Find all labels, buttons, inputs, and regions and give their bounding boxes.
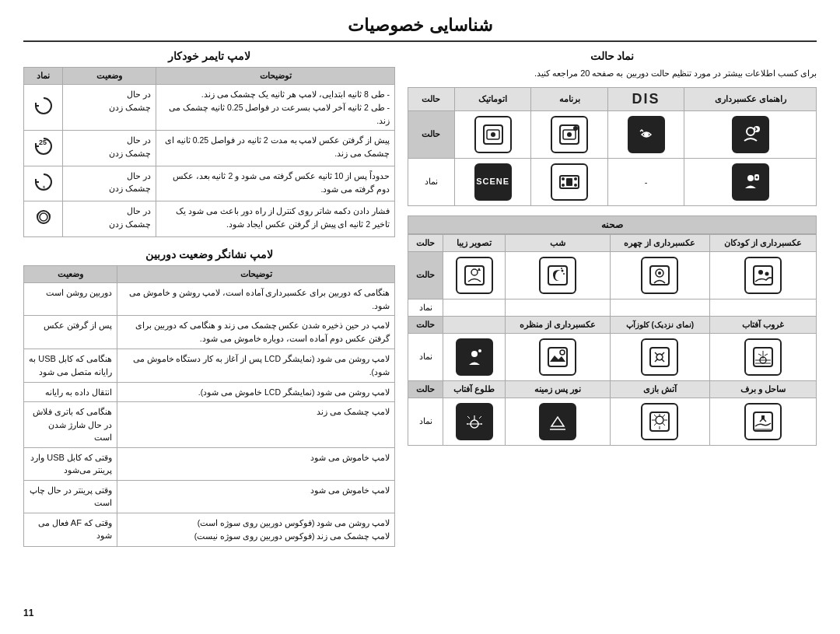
svg-rect-22 [754, 266, 772, 285]
scene-icon: SCENE [474, 163, 512, 201]
lamp-timer-section: لامپ تایمر خودکار توضیحات وضعیت نماد - ط… [23, 50, 395, 237]
scene-section: صحنه عکسبرداری از کودکان عکسبرداری از چه… [408, 215, 817, 446]
page-number: 11 [23, 608, 33, 618]
shab-icon-cell [506, 251, 611, 299]
lamp-status-row4: لامپ روشن می شود (نمایشگر LCD خاموش می ش… [24, 382, 395, 402]
lamp-status-table: توضیحات وضعیت هنگامی که دوربین برای عکسب… [23, 265, 395, 547]
nemad-rahnamai-cell [684, 158, 817, 205]
svg-point-24 [765, 271, 768, 275]
lamp-col-waz: وضعیت [63, 68, 156, 85]
lamp-status-section: لامپ نشانگر وضعیت دوربین توضیحات وضعیت ه… [23, 248, 395, 547]
lamp-timer-waz3: در حالچشمک زدن [63, 166, 156, 201]
film-icon [551, 163, 588, 201]
svg-point-20 [574, 184, 577, 187]
scene-icon-cell: SCENE [454, 158, 531, 205]
nemal-hal-desc: برای کسب اطلاعات بیشتر در مورد تنظیم حال… [408, 67, 817, 81]
rahnamai-icon [732, 116, 769, 153]
svg-rect-21 [566, 178, 572, 186]
lamp-timer-waz2: در حالچشمک زدن [63, 131, 156, 166]
lamp-status-title: لامپ نشانگر وضعیت دوربین [23, 248, 395, 261]
lamp-status-toz1: هنگامی که دوربین برای عکسبرداری آماده اس… [117, 282, 395, 316]
lamp-status-col-waz: وضعیت [24, 265, 117, 282]
left-column: نماد حالت برای کسب اطلاعات بیشتر در مورد… [408, 50, 817, 558]
dis-icon-cell [607, 110, 684, 158]
scene-row3-hal: حالت [408, 380, 443, 398]
lamp-timer-toz1: - طی 8 ثانیه ابتدایی، لامپ هر ثانیه یک چ… [156, 85, 395, 131]
atash-icon [641, 403, 678, 440]
koo-icon [744, 257, 782, 294]
col-dis: DIS [607, 87, 684, 110]
svg-point-30 [563, 273, 565, 275]
svg-rect-28 [548, 266, 567, 285]
nemal-hal-table: راهنمای عکسبرداری DIS برنامه اتوماتیک حا… [408, 87, 817, 206]
program-icon-cell [531, 110, 608, 158]
lamp-timer-toz3: حدوداً پس از 10 ثانیه عکس گرفته می شود و… [156, 166, 395, 201]
tolo-icon-cell [443, 398, 506, 445]
col-ghorob: غروب آفتاب [709, 316, 816, 333]
lamp-status-row7: لامپ خاموش می شود وقتی پرینتر در حال چاپ… [24, 480, 395, 513]
col-aksbar-manzar2 [443, 316, 506, 333]
sahel-icon-cell [709, 398, 816, 445]
auto-icon-cell [454, 110, 531, 158]
lamp-timer-row2: پیش از گرفتن عکس لامپ به مدت 2 ثانیه در … [24, 131, 395, 166]
lamp-status-row1: هنگامی که دوربین برای عکسبرداری آماده اس… [24, 282, 395, 316]
lamp-timer-nemad4 [24, 201, 63, 237]
lamp-timer-toz2: پیش از گرفتن عکس لامپ به مدت 2 ثانیه در … [156, 131, 395, 166]
svg-text:25: 25 [38, 138, 46, 146]
svg-point-29 [562, 269, 564, 271]
lamp-status-waz6: وقتی که کابل USB وارد پرینتر می‌شود [24, 447, 117, 480]
right-column: لامپ تایمر خودکار توضیحات وضعیت نماد - ط… [23, 50, 395, 558]
lamp-status-waz2: پس از گرفتن عکس [24, 316, 117, 349]
tasvirz-icon-cell [443, 251, 506, 299]
svg-point-53 [40, 213, 47, 221]
noor-icon-cell [506, 398, 611, 445]
chera-icon [641, 257, 678, 294]
col-hal: حالت [408, 87, 455, 110]
svg-point-42 [478, 349, 481, 352]
auto-icon [474, 116, 512, 153]
scene-table: عکسبرداری از کودکان عکسبرداری از چهره شب… [408, 234, 817, 446]
scene-row2-hal: حالت [408, 316, 443, 333]
manzar-icon-cell [506, 333, 611, 380]
svg-point-27 [658, 271, 661, 275]
scene-row1-nemad: نماد [408, 299, 443, 316]
scene-dash1 [709, 299, 816, 316]
lamp-status-toz3: لامپ روشن می شود (نمایشگر LCD پس از آغاز… [117, 349, 395, 383]
svg-point-8 [573, 126, 578, 131]
lamp-status-waz8: وقتی که AF فعال می شود [24, 513, 117, 546]
lamp-status-col-toz: توضیحات [117, 265, 395, 282]
col-aksbar-koo: عکسبرداری از کودکان [709, 234, 816, 251]
lamp-status-waz1: دوربین روشن است [24, 282, 117, 316]
svg-point-7 [567, 132, 572, 137]
lamp-status-toz2: لامپ در حین ذخیره شدن عکس چشمک می زند و … [117, 316, 395, 349]
col-tasvirz: تصویر زیبا [443, 234, 506, 251]
lamp-timer-row3: حدوداً پس از 10 ثانیه عکس گرفته می شود و… [24, 166, 395, 201]
nemad-rahnamai-icon [732, 163, 769, 201]
svg-point-11 [491, 132, 495, 137]
dash1: - [607, 158, 684, 205]
lamp-timer-table: توضیحات وضعیت نماد - طی 8 ثانیه ابتدایی،… [23, 67, 395, 237]
lamp-status-toz5: لامپ چشمک می زند [117, 402, 395, 448]
lamp-status-waz3: هنگامی که کابل USB به رایانه متصل می شود [24, 349, 117, 383]
nezdik-icon [641, 338, 678, 376]
dis-icon [628, 116, 665, 153]
lamp-status-row6: لامپ خاموش می شود وقتی که کابل USB وارد … [24, 447, 395, 480]
lamp-timer-nemad1 [24, 85, 63, 131]
scene-header: صحنه [408, 215, 817, 234]
lamp-status-waz4: انتقال داده به رایانه [24, 382, 117, 402]
shab-icon [539, 257, 576, 294]
col-shab: شب [506, 234, 611, 251]
ghorob-icon [744, 338, 782, 376]
scene-row1-hal: حالت [408, 251, 443, 299]
lamp-status-row3: لامپ روشن می شود (نمایشگر LCD پس از آغاز… [24, 349, 395, 383]
scene-row3-nemad: نماد [408, 398, 443, 445]
col-manzar: عکسبرداری از منظره [506, 316, 611, 333]
ghorob-icon-cell [709, 333, 816, 380]
svg-point-17 [562, 177, 565, 180]
svg-rect-48 [464, 411, 485, 433]
lamp-status-row5: لامپ چشمک می زند هنگامی که باتری فلاش در… [24, 402, 395, 448]
scene-row2-nemad: نماد [408, 333, 443, 380]
lamp-timer-title: لامپ تایمر خودکار [23, 50, 395, 62]
lamp-timer-nemad2: 25 [24, 131, 63, 166]
lamp-status-toz8: لامپ روشن می شود (فوکوس دوربین روی سوژه … [117, 513, 395, 546]
